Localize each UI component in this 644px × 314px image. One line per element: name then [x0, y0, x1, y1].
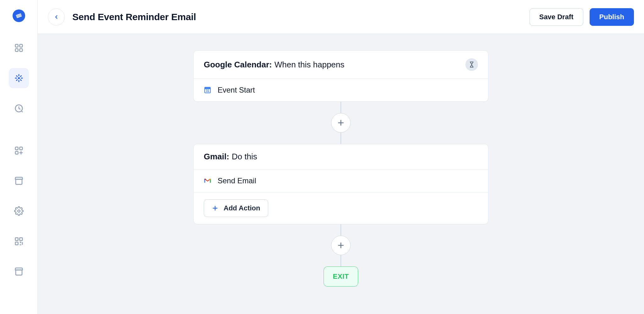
action-service-label: Gmail: [204, 152, 229, 162]
sidebar-item-archive[interactable] [9, 171, 29, 191]
svg-point-4 [18, 77, 19, 79]
workflow-canvas: Google Calendar: When this happens 31 Ev… [38, 34, 644, 314]
connector-line [341, 224, 341, 236]
sidebar-nav [9, 38, 29, 282]
google-calendar-icon: 31 [204, 86, 211, 94]
svg-rect-2 [15, 49, 18, 52]
trigger-event-label: Event Start [218, 86, 255, 94]
exit-button[interactable]: EXIT [324, 266, 358, 287]
svg-rect-1 [19, 44, 22, 47]
hourglass-icon [465, 58, 478, 71]
svg-text:31: 31 [206, 89, 209, 93]
sidebar [0, 0, 38, 314]
connector-line [341, 133, 341, 144]
sidebar-item-apps[interactable] [9, 38, 29, 58]
connector-line [341, 102, 341, 113]
plus-icon [212, 205, 219, 212]
svg-rect-0 [15, 44, 18, 47]
trigger-card: Google Calendar: When this happens 31 Ev… [193, 50, 488, 102]
app-logo[interactable] [13, 9, 25, 22]
sidebar-item-archive-2[interactable] [9, 261, 29, 282]
action-card-footer: Add Action [194, 192, 488, 224]
svg-point-9 [18, 210, 20, 212]
gmail-icon [204, 177, 211, 185]
back-button[interactable] [48, 9, 65, 26]
sidebar-item-settings[interactable] [9, 201, 29, 221]
action-hint-label: Do this [232, 152, 257, 162]
add-step-button-1[interactable] [331, 113, 351, 133]
svg-rect-6 [15, 147, 18, 150]
header: Send Event Reminder Email Save Draft Pub… [38, 0, 644, 34]
trigger-hint-label: When this happens [275, 60, 345, 70]
page-title: Send Event Reminder Email [72, 12, 196, 22]
main: Send Event Reminder Email Save Draft Pub… [38, 0, 644, 314]
connector-line [341, 255, 341, 266]
publish-button[interactable]: Publish [590, 8, 634, 26]
action-event-label: Send Email [218, 176, 256, 185]
flow: Google Calendar: When this happens 31 Ev… [193, 50, 488, 287]
trigger-card-header[interactable]: Google Calendar: When this happens [194, 51, 488, 79]
header-actions: Save Draft Publish [530, 8, 634, 26]
sidebar-item-workflow[interactable] [9, 68, 29, 88]
save-draft-button[interactable]: Save Draft [530, 8, 583, 26]
svg-rect-11 [19, 238, 22, 241]
sidebar-item-history[interactable] [9, 98, 29, 118]
svg-rect-10 [15, 238, 18, 241]
action-event-row[interactable]: Send Email [194, 169, 488, 192]
svg-rect-7 [19, 147, 22, 150]
exit-label: EXIT [333, 272, 349, 281]
svg-rect-3 [19, 49, 22, 52]
svg-rect-12 [15, 242, 18, 245]
add-step-button-2[interactable] [331, 236, 351, 255]
svg-rect-8 [15, 151, 18, 154]
sidebar-item-qr[interactable] [9, 231, 29, 251]
add-action-label: Add Action [224, 204, 260, 212]
action-card-header[interactable]: Gmail: Do this [194, 144, 488, 169]
action-card: Gmail: Do this Send Email Add Action [193, 144, 488, 224]
add-action-button[interactable]: Add Action [204, 199, 268, 217]
trigger-event-row[interactable]: 31 Event Start [194, 79, 488, 101]
trigger-service-label: Google Calendar: [204, 60, 272, 70]
sidebar-item-add-app[interactable] [9, 140, 29, 161]
